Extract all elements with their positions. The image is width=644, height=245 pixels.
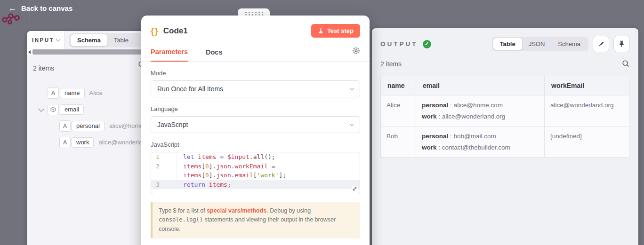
collapse-chevron-icon[interactable]	[38, 106, 44, 112]
pin-icon	[618, 40, 625, 47]
schema-row-work: Aworkalice@wonderland.or	[33, 134, 144, 150]
expand-editor-icon[interactable]	[352, 186, 358, 192]
line-number: 1	[151, 152, 177, 162]
chevron-down-icon	[56, 37, 61, 42]
input-horizontal-scrollbar[interactable]	[27, 49, 151, 55]
input-panel-title: INPUT	[32, 37, 54, 43]
code-content: let items = $input.all();	[177, 152, 275, 162]
cell-workemail: [undefined]	[545, 126, 629, 158]
line-number	[151, 171, 177, 180]
edit-output-button[interactable]	[593, 36, 609, 52]
mode-select[interactable]: Run Once for All Items	[151, 80, 360, 97]
code-node-modal: {} Code1 Test step ParametersDocs Mode R…	[141, 16, 370, 245]
object-type-icon	[48, 104, 59, 115]
pin-data-button[interactable]	[613, 36, 630, 52]
table-row: Bobpersonal : bob@mail.comwork : contact…	[381, 126, 629, 158]
scroll-left-arrow[interactable]	[28, 50, 31, 54]
node-title: Code1	[163, 26, 188, 36]
language-label: Language	[151, 105, 360, 112]
code-line[interactable]: 1let items = $input.all();	[151, 152, 360, 162]
input-view-tabs: SchemaTableJSON	[69, 33, 151, 47]
input-panel-header: INPUT SchemaTableJSON	[27, 31, 151, 49]
code-content: items[0].json.email['work'];	[177, 171, 286, 180]
input-panel: INPUT SchemaTableJSON 2 items AnameAlice…	[27, 31, 151, 245]
schema-key-pill[interactable]: personal	[72, 121, 105, 131]
cell-name: Bob	[381, 126, 416, 158]
line-number: 3	[151, 180, 177, 190]
chevron-down-icon	[350, 86, 354, 91]
input-source-dropdown[interactable]: INPUT	[27, 31, 64, 49]
flask-icon	[318, 28, 324, 34]
pencil-icon	[597, 40, 605, 48]
language-value: JavaScript	[157, 121, 188, 128]
back-label: Back to canvas	[21, 4, 72, 12]
language-select[interactable]: JavaScript	[151, 116, 360, 133]
modal-tabs: ParametersDocs	[141, 45, 370, 62]
code-content: items[0].json.workEmail =	[177, 162, 275, 171]
tab-schema[interactable]: Schema	[71, 34, 107, 46]
string-type-icon: A	[59, 137, 71, 148]
code-node-icon: {}	[151, 26, 159, 36]
code-editor[interactable]: 1let items = $input.all();2items[0].json…	[151, 152, 360, 194]
cell-email: personal : bob@mail.comwork : contact@th…	[416, 126, 545, 158]
output-panel-title: OUTPUT	[380, 40, 418, 47]
cell-workemail: alice@wonderland.org	[545, 95, 629, 126]
schema-key-pill[interactable]: name	[60, 88, 85, 98]
input-items-count: 2 items	[33, 64, 144, 72]
special-vars-link[interactable]: special vars/methods	[207, 207, 266, 214]
cell-email: personal : alice@home.comwork : alice@wo…	[416, 95, 545, 126]
schema-row-email: email	[33, 101, 144, 118]
success-check-icon: ✓	[423, 40, 431, 48]
editor-hint: Type $ for a list of special vars/method…	[151, 202, 360, 238]
tab-parameters[interactable]: Parameters	[151, 48, 188, 62]
string-type-icon: A	[48, 87, 59, 99]
mode-value: Run Once for All Items	[157, 85, 223, 93]
input-schema-tree: AnameAliceemailApersonalalice@home.comAw…	[33, 85, 144, 150]
output-items-count: 2 items	[380, 60, 622, 68]
code-line[interactable]: items[0].json.email['work'];	[151, 171, 360, 180]
cell-name: Alice	[381, 95, 416, 126]
back-arrow-icon: ←	[8, 4, 16, 12]
schema-row-personal: Apersonalalice@home.com	[33, 118, 144, 134]
chevron-down-icon	[350, 122, 354, 126]
output-view-tabs: TableJSONSchema	[492, 37, 588, 51]
schema-key-pill[interactable]: email	[60, 104, 84, 115]
test-step-button[interactable]: Test step	[311, 24, 360, 38]
tab-table[interactable]: Table	[493, 38, 522, 50]
tab-docs[interactable]: Docs	[206, 48, 222, 61]
schema-value: Alice	[89, 89, 103, 96]
schema-row-name: AnameAlice	[33, 85, 144, 101]
code-line[interactable]: 2items[0].json.workEmail =	[151, 162, 360, 171]
tab-json[interactable]: JSON	[522, 38, 552, 50]
tab-schema[interactable]: Schema	[551, 38, 587, 50]
column-header-workEmail: workEmail	[545, 76, 629, 95]
scrollbar-handle[interactable]	[32, 49, 151, 55]
tab-table[interactable]: Table	[107, 34, 135, 46]
back-to-canvas-button[interactable]: ← Back to canvas	[8, 4, 72, 12]
column-header-name: name	[381, 76, 416, 95]
column-header-email: email	[416, 76, 545, 95]
code-content: return items;	[177, 180, 231, 190]
table-row: Alicepersonal : alice@home.comwork : ali…	[381, 95, 629, 126]
code-line[interactable]: 3return items;	[151, 180, 360, 190]
string-type-icon: A	[59, 120, 71, 132]
output-panel: OUTPUT ✓ TableJSONSchema 2 items	[372, 28, 638, 245]
inline-code: console.log()	[159, 216, 203, 223]
output-table: nameemailworkEmail Alicepersonal : alice…	[380, 76, 629, 158]
line-number: 2	[151, 162, 177, 171]
search-icon[interactable]	[622, 60, 630, 68]
schema-key-pill[interactable]: work	[72, 137, 94, 148]
code-editor-label: JavaScript	[151, 141, 360, 148]
mode-label: Mode	[151, 70, 360, 77]
gear-icon[interactable]	[352, 45, 360, 61]
